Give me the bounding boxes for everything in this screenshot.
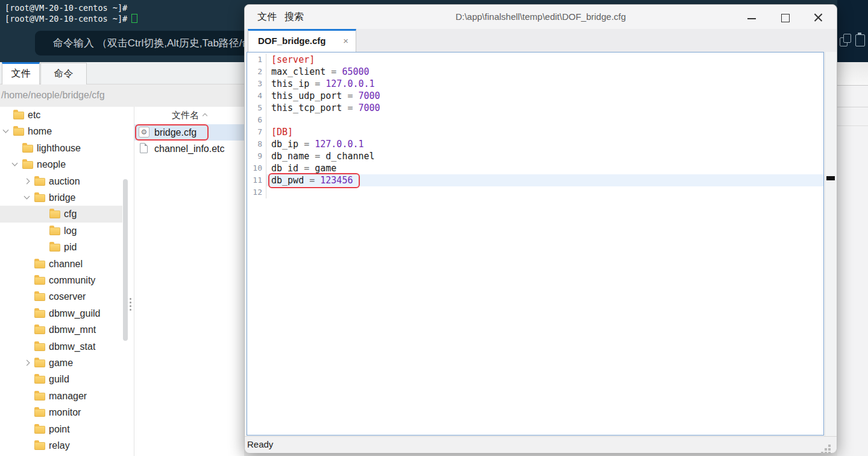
tree-item-bridge[interactable]: bridge (0, 189, 122, 206)
path-bar[interactable]: /home/neople/bridge/cfg (0, 84, 244, 107)
code-token: db_pwd (271, 175, 304, 186)
tree-item-monitor[interactable]: monitor (0, 404, 122, 420)
code-line-2[interactable]: 2max_client = 65000 (247, 66, 823, 78)
tree-item-label: dbmw_guild (49, 305, 100, 321)
editor-tabstrip: DOF_bridge.cfg × (245, 29, 837, 52)
copy-icon[interactable] (840, 33, 853, 48)
code-token: = (298, 163, 315, 174)
editor-tab-label: DOF_bridge.cfg (258, 31, 326, 51)
folder-icon (34, 293, 45, 301)
tree-item-label: coserver (49, 288, 86, 305)
code-editor-area[interactable]: 1[server]2max_client = 650003this_ip = 1… (247, 52, 824, 435)
maximize-button[interactable] (776, 9, 794, 25)
line-number: 11 (247, 174, 266, 186)
collapse-icon[interactable] (24, 194, 30, 200)
tab-files[interactable]: 文件 (2, 62, 40, 84)
tree-item-label: neople (37, 156, 66, 173)
code-line-7[interactable]: 7[DB] (247, 126, 823, 138)
code-token: [DB] (271, 127, 293, 138)
code-token: db_id (271, 163, 298, 174)
tree-item-game[interactable]: game (0, 355, 122, 371)
tab-commands[interactable]: 命令 (40, 63, 87, 84)
code-line-5[interactable]: 5this_tcp_port = 7000 (247, 102, 823, 114)
tree-item-neople[interactable]: neople (0, 156, 122, 173)
annotation-box-db-pwd: db_pwd = 123456 (268, 173, 360, 188)
editor-scrollbar[interactable] (825, 52, 836, 436)
code-line-12[interactable]: 12 (247, 186, 823, 198)
tree-item-channel[interactable]: channel (0, 256, 122, 272)
code-line-1[interactable]: 1[server] (247, 54, 823, 66)
code-token: = (309, 78, 326, 89)
code-line-4[interactable]: 4this_udp_port = 7000 (247, 90, 823, 102)
menu-item-search[interactable]: 搜索 (285, 5, 304, 29)
editor-window: 文件 搜索 D:\app\finalshell\temp\edit\DOF_br… (244, 4, 837, 452)
editor-tab-dof-bridge[interactable]: DOF_bridge.cfg × (248, 29, 356, 52)
folder-icon (49, 227, 60, 235)
code-token: this_ip (271, 78, 309, 89)
tree-item-dbmw_guild[interactable]: dbmw_guild (0, 305, 122, 321)
folder-icon (34, 442, 45, 450)
tree-item-log[interactable]: log (0, 223, 122, 239)
tree-item-cfg[interactable]: cfg (0, 206, 122, 222)
tree-item-point[interactable]: point (0, 421, 122, 437)
expand-icon[interactable] (24, 178, 30, 184)
paste-icon[interactable] (854, 32, 867, 48)
tree-scrollbar[interactable] (123, 179, 128, 341)
line-number: 12 (247, 186, 266, 198)
folder-icon (34, 409, 45, 417)
code-token: = (342, 103, 358, 113)
file-list-panel: 文件名 ⚙bridge.cfgchannel_info.etc (134, 107, 244, 456)
tree-item-coserver[interactable]: coserver (0, 288, 122, 305)
tree-item-manager[interactable]: manager (0, 388, 122, 404)
splitter-handle-icon[interactable] (130, 298, 131, 300)
code-line-11[interactable]: 11db_pwd = 123456 (247, 174, 823, 186)
collapse-icon[interactable] (3, 127, 9, 133)
file-row-channel_info.etc[interactable]: channel_info.etc (134, 141, 245, 157)
folder-icon (22, 161, 33, 169)
tree-item-label: channel (49, 256, 83, 272)
code-line-9[interactable]: 9db_name = d_channel (247, 150, 823, 162)
tree-item-community[interactable]: community (0, 272, 122, 288)
folder-icon (34, 393, 45, 401)
code-token: 123456 (320, 175, 353, 186)
folder-icon (22, 145, 33, 153)
terminal-prompt-line: [root@VM-20-10-centos ~]# (5, 13, 137, 24)
code-line-8[interactable]: 8db_ip = 127.0.0.1 (247, 138, 823, 150)
status-bar: Ready (245, 436, 837, 453)
code-line-10[interactable]: 10db_id = game (247, 162, 823, 174)
minimize-button[interactable] (743, 9, 761, 25)
code-line-6[interactable]: 6 (247, 114, 823, 126)
tree-item-label: dbmw_mnt (49, 321, 96, 338)
tree-item-label: dbmw_stat (49, 338, 95, 355)
menu-item-file[interactable]: 文件 (257, 5, 277, 29)
code-token: 127.0.0.1 (326, 78, 374, 89)
annotation-box-bridge-cfg (135, 124, 209, 141)
tree-item-dbmw_mnt[interactable]: dbmw_mnt (0, 321, 122, 338)
folder-icon (34, 426, 45, 434)
tree-item-etc[interactable]: etc (0, 107, 122, 123)
code-line-3[interactable]: 3this_ip = 127.0.0.1 (247, 78, 823, 90)
tab-close-icon[interactable]: × (343, 31, 348, 51)
editor-titlebar[interactable]: 文件 搜索 D:\app\finalshell\temp\edit\DOF_br… (245, 5, 837, 29)
tree-item-dbmw_stat[interactable]: dbmw_stat (0, 338, 122, 355)
tree-item-home[interactable]: home (0, 123, 122, 139)
code-token: this_udp_port (271, 90, 342, 101)
tree-item-auction[interactable]: auction (0, 173, 122, 189)
collapse-icon[interactable] (12, 160, 18, 166)
tree-item-relay[interactable]: relay (0, 437, 122, 454)
remote-panel-toolbar (837, 62, 868, 85)
code-token: = (326, 66, 342, 77)
expand-icon[interactable] (24, 360, 30, 366)
tree-item-pid[interactable]: pid (0, 239, 122, 255)
column-header-filename[interactable]: 文件名 (134, 107, 244, 124)
tree-item-lighthouse[interactable]: lighthouse (0, 140, 122, 156)
line-number: 3 (247, 78, 266, 90)
code-token: this_tcp_port (271, 103, 342, 113)
folder-icon (49, 211, 60, 218)
file-icon (140, 143, 148, 153)
resize-grip-icon[interactable] (821, 445, 823, 447)
tree-item-guild[interactable]: guild (0, 371, 122, 387)
code-token: d_channel (326, 151, 374, 162)
tree-item-label: etc (28, 107, 40, 123)
close-button[interactable] (809, 9, 827, 25)
